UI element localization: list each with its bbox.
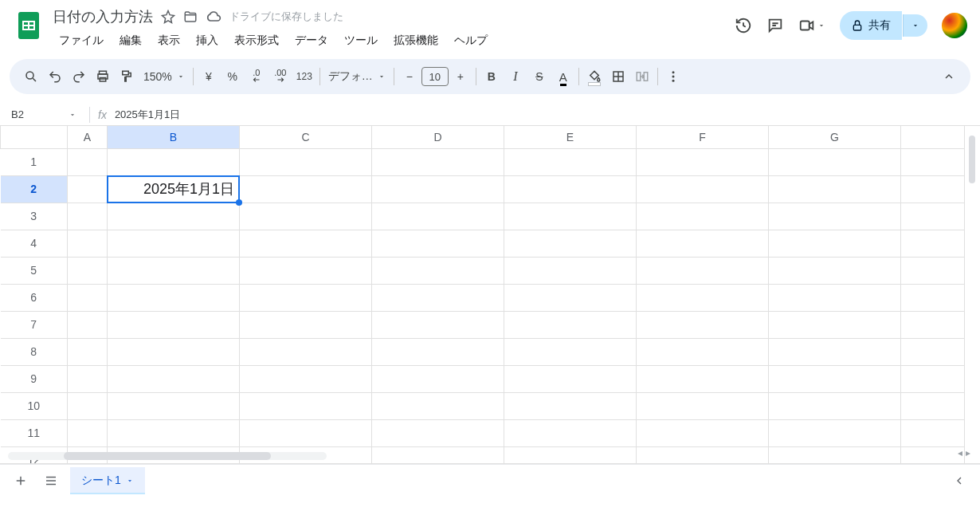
row-header-8[interactable]: 8: [1, 338, 68, 365]
cell-D3[interactable]: [372, 203, 504, 230]
selection-handle[interactable]: [236, 199, 242, 206]
cell-E11[interactable]: [504, 419, 637, 446]
borders-button[interactable]: [606, 65, 630, 88]
cell-F1[interactable]: [637, 148, 769, 175]
cell-G5[interactable]: [769, 257, 901, 284]
cell-C10[interactable]: [240, 392, 372, 419]
cell-B5[interactable]: [108, 257, 240, 284]
cell-C11[interactable]: [240, 419, 372, 446]
cell-G7[interactable]: [769, 311, 901, 338]
cell-G4[interactable]: [769, 230, 901, 257]
menu-insert[interactable]: 挿入: [190, 30, 225, 51]
increase-decimal-button[interactable]: .00: [269, 65, 292, 88]
row-header-6[interactable]: 6: [1, 284, 68, 311]
cell-B9[interactable]: [108, 365, 240, 392]
cell-C5[interactable]: [240, 257, 372, 284]
cell-G11[interactable]: [769, 419, 901, 446]
horizontal-scrollbar-thumb[interactable]: [64, 452, 271, 460]
cell-E5[interactable]: [504, 257, 637, 284]
fill-color-button[interactable]: [582, 65, 606, 88]
menu-tools[interactable]: ツール: [338, 30, 384, 51]
move-icon[interactable]: [183, 10, 198, 24]
cell-A3[interactable]: [68, 203, 108, 230]
cell-blank-3[interactable]: [901, 203, 965, 230]
share-dropdown[interactable]: [903, 14, 927, 37]
cell-E7[interactable]: [504, 311, 637, 338]
row-header-2[interactable]: 2: [1, 175, 68, 203]
cell-E6[interactable]: [504, 284, 637, 311]
cell-F11[interactable]: [637, 419, 769, 446]
cell-F4[interactable]: [637, 230, 769, 257]
row-header-10[interactable]: 10: [1, 392, 68, 419]
cell-C2[interactable]: [240, 175, 372, 203]
cell-blank-1[interactable]: [901, 148, 965, 175]
column-header-F[interactable]: F: [637, 126, 769, 148]
column-header-C[interactable]: C: [240, 126, 372, 148]
more-toolbar-icon[interactable]: [661, 65, 685, 88]
cell-blank-12[interactable]: [901, 446, 965, 464]
cell-E3[interactable]: [504, 203, 637, 230]
cell-B11[interactable]: [108, 419, 240, 446]
cloud-saved-icon[interactable]: [206, 9, 221, 25]
cell-blank-11[interactable]: [901, 419, 965, 446]
vertical-scrollbar[interactable]: [966, 136, 977, 474]
column-header-G[interactable]: G: [769, 126, 901, 148]
cell-blank-2[interactable]: [901, 175, 965, 203]
cell-C4[interactable]: [240, 230, 372, 257]
cell-E8[interactable]: [504, 338, 637, 365]
document-title[interactable]: 日付の入力方法: [53, 7, 153, 26]
menu-view[interactable]: 表示: [151, 30, 186, 51]
row-header-5[interactable]: 5: [1, 257, 68, 284]
cell-A2[interactable]: [68, 175, 108, 203]
cell-A10[interactable]: [68, 392, 108, 419]
cell-G12[interactable]: [769, 446, 901, 464]
all-sheets-button[interactable]: [40, 470, 62, 492]
cell-blank-5[interactable]: [901, 257, 965, 284]
cell-E2[interactable]: [504, 175, 637, 203]
cell-E12[interactable]: [504, 446, 637, 464]
menu-edit[interactable]: 編集: [113, 30, 148, 51]
cell-B8[interactable]: [108, 338, 240, 365]
redo-icon[interactable]: [67, 65, 91, 88]
cell-F10[interactable]: [637, 392, 769, 419]
star-icon[interactable]: [161, 10, 175, 24]
cell-C8[interactable]: [240, 338, 372, 365]
row-header-4[interactable]: 4: [1, 230, 68, 257]
cell-D12[interactable]: [372, 446, 504, 464]
cell-G8[interactable]: [769, 338, 901, 365]
menu-format[interactable]: 表示形式: [228, 30, 285, 51]
fx-icon[interactable]: fx: [98, 108, 107, 121]
cell-D8[interactable]: [372, 338, 504, 365]
cell-B6[interactable]: [108, 284, 240, 311]
cell-C3[interactable]: [240, 203, 372, 230]
text-color-button[interactable]: A: [551, 65, 575, 88]
column-header-E[interactable]: E: [504, 126, 637, 148]
share-button[interactable]: 共有: [840, 11, 902, 40]
cell-F5[interactable]: [637, 257, 769, 284]
decrease-font-size-button[interactable]: −: [398, 65, 421, 88]
cell-B1[interactable]: [108, 148, 240, 175]
merge-cells-button[interactable]: [630, 65, 654, 88]
menu-file[interactable]: ファイル: [53, 30, 110, 51]
history-icon[interactable]: [735, 17, 752, 34]
cell-C1[interactable]: [240, 148, 372, 175]
cell-blank-8[interactable]: [901, 338, 965, 365]
select-all-corner[interactable]: [1, 126, 68, 148]
cell-G9[interactable]: [769, 365, 901, 392]
cell-F8[interactable]: [637, 338, 769, 365]
format-percent-button[interactable]: %: [221, 65, 245, 88]
cell-A1[interactable]: [68, 148, 108, 175]
cell-blank-9[interactable]: [901, 365, 965, 392]
spreadsheet-grid[interactable]: ABCDEFG122025年1月1日3456789101112 ◂▸: [0, 126, 980, 464]
comments-icon[interactable]: [766, 17, 784, 34]
cell-A11[interactable]: [68, 419, 108, 446]
menu-data[interactable]: データ: [288, 30, 335, 51]
paint-format-icon[interactable]: [115, 65, 139, 88]
sheet-tab-1[interactable]: シート1: [70, 467, 145, 494]
decrease-decimal-button[interactable]: .0: [245, 65, 269, 88]
cell-D11[interactable]: [372, 419, 504, 446]
row-header-1[interactable]: 1: [1, 148, 68, 175]
name-box[interactable]: B2: [6, 107, 81, 122]
cell-E4[interactable]: [504, 230, 637, 257]
cell-D4[interactable]: [372, 230, 504, 257]
